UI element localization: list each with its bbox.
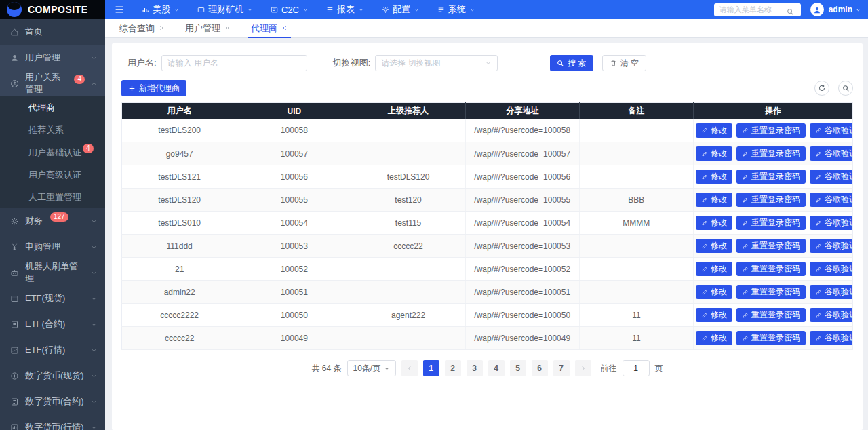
- page-button-7[interactable]: 7: [553, 360, 570, 376]
- table-row: go9457100057/wap/#/?usercode=100057修改重置登…: [122, 142, 853, 165]
- tab-agent[interactable]: 代理商: [241, 19, 298, 37]
- google-verify-button[interactable]: 谷歌验证: [810, 170, 853, 184]
- total-count-label: 共 64 条: [311, 363, 341, 374]
- reset-login-password-button[interactable]: 重置登录密码: [736, 170, 806, 184]
- reset-login-password-button[interactable]: 重置登录密码: [736, 216, 806, 230]
- topbar-menu-report[interactable]: 报表: [326, 3, 364, 16]
- close-icon[interactable]: [159, 25, 165, 31]
- edit-button[interactable]: 修改: [696, 308, 732, 322]
- page-button-2[interactable]: 2: [445, 360, 461, 376]
- reset-login-password-button[interactable]: 重置登录密码: [736, 193, 806, 207]
- google-verify-button[interactable]: 谷歌验证: [810, 146, 853, 161]
- sidebar-item-user-basic-auth[interactable]: 用户基础认证4: [0, 141, 105, 163]
- edit-button[interactable]: 修改: [696, 146, 732, 161]
- cell-actions: 修改重置登录密码谷歌验证: [693, 327, 852, 350]
- chevron-down-icon: [302, 7, 309, 13]
- view-select[interactable]: 请选择 切换视图: [375, 55, 498, 71]
- topbar-menu-us-stock[interactable]: 美股: [142, 3, 180, 16]
- tab-composite-query[interactable]: 综合查询: [109, 19, 175, 37]
- sidebar-item-manual-reset-management[interactable]: 人工重置管理: [0, 186, 105, 208]
- edit-button[interactable]: 修改: [696, 123, 732, 138]
- edit-button[interactable]: 修改: [696, 285, 732, 299]
- page-button-5[interactable]: 5: [510, 360, 526, 376]
- action-button-label: 重置登录密码: [751, 148, 800, 159]
- sidebar-item-finance[interactable]: 财务127: [0, 208, 105, 234]
- google-verify-button[interactable]: 谷歌验证: [810, 285, 853, 299]
- sidebar-item-user-relation-management[interactable]: 用户关系管理4: [0, 71, 105, 96]
- sidebar-item-etf-contract[interactable]: ETF(合约): [0, 311, 105, 337]
- reset-login-password-button[interactable]: 重置登录密码: [736, 123, 806, 138]
- refresh-button[interactable]: [814, 81, 829, 96]
- column-search-button[interactable]: [838, 81, 853, 96]
- reset-login-password-button[interactable]: 重置登录密码: [736, 146, 806, 161]
- reset-login-password-button[interactable]: 重置登录密码: [736, 285, 806, 299]
- sidebar-item-agent[interactable]: 代理商: [0, 96, 105, 119]
- sidebar-item-etf-spot[interactable]: ETF(现货): [0, 286, 105, 311]
- cell-remark: [579, 258, 693, 281]
- edit-icon: [701, 289, 708, 296]
- page-button-6[interactable]: 6: [532, 360, 548, 376]
- table-row: testDLS121100056testDLS120/wap/#/?userco…: [122, 165, 853, 189]
- topbar-menu-config[interactable]: 配置: [382, 3, 420, 16]
- google-verify-button[interactable]: 谷歌验证: [810, 331, 853, 345]
- google-verify-button[interactable]: 谷歌验证: [810, 239, 853, 253]
- google-verify-button[interactable]: 谷歌验证: [810, 262, 853, 276]
- sidebar-item-robot-order-management[interactable]: 机器人刷单管理: [0, 260, 105, 286]
- sidebar-item-label: 用户关系管理: [25, 71, 66, 96]
- page-button-1[interactable]: 1: [423, 360, 439, 376]
- reset-login-password-button[interactable]: 重置登录密码: [736, 239, 806, 253]
- sidebar-item-subscription-management[interactable]: 申购管理: [0, 234, 105, 260]
- sidebar-item-user-management[interactable]: 用户管理: [0, 45, 105, 71]
- username-input[interactable]: [161, 55, 307, 71]
- edit-button[interactable]: 修改: [696, 170, 732, 184]
- google-verify-button[interactable]: 谷歌验证: [810, 308, 853, 322]
- edit-icon: [742, 243, 749, 250]
- edit-icon: [815, 312, 822, 319]
- page-size-select[interactable]: 10条/页: [347, 360, 396, 376]
- chevron-down-icon[interactable]: [855, 7, 861, 13]
- reset-login-password-button[interactable]: 重置登录密码: [736, 308, 806, 322]
- sidebar-item-crypto-quote[interactable]: 数字货币(行情): [0, 414, 105, 430]
- topbar-menu-system[interactable]: 系统: [437, 3, 475, 16]
- table-tools: [814, 81, 853, 96]
- topbar-menu-label: 理财矿机: [208, 3, 243, 16]
- tab-user-management[interactable]: 用户管理: [175, 19, 241, 37]
- page-button-3[interactable]: 3: [467, 360, 483, 376]
- google-verify-button[interactable]: 谷歌验证: [810, 216, 853, 230]
- close-icon[interactable]: [224, 25, 231, 31]
- google-verify-button[interactable]: 谷歌验证: [810, 193, 853, 207]
- edit-button[interactable]: 修改: [696, 331, 732, 345]
- action-button-label: 谷歌验证: [825, 148, 853, 159]
- sidebar-item-crypto-spot[interactable]: 数字货币(现货): [0, 363, 105, 389]
- chevron-down-icon: [384, 366, 390, 372]
- topbar-menu-c2c[interactable]: C2C: [271, 5, 309, 15]
- edit-button[interactable]: 修改: [696, 239, 732, 253]
- next-page-button[interactable]: [575, 360, 591, 376]
- sidebar-item-recommend-relation[interactable]: 推荐关系: [0, 119, 105, 141]
- reset-login-password-button[interactable]: 重置登录密码: [736, 331, 806, 345]
- google-verify-button[interactable]: 谷歌验证: [810, 123, 853, 138]
- add-agent-button[interactable]: 新增代理商: [121, 80, 186, 96]
- sidebar-item-etf-quote[interactable]: ETF(行情): [0, 337, 105, 363]
- clear-button[interactable]: 清 空: [602, 55, 646, 71]
- close-icon[interactable]: [281, 25, 288, 31]
- hamburger-icon[interactable]: [115, 5, 124, 14]
- goto-page-input[interactable]: [623, 360, 650, 376]
- sidebar-item-user-advanced-auth[interactable]: 用户高级认证: [0, 163, 105, 186]
- table-header-row: 用户名UID上级推荐人分享地址备注操作: [122, 103, 853, 119]
- username-label[interactable]: admin: [829, 5, 852, 14]
- cell-uid: 100049: [237, 327, 351, 350]
- page-button-4[interactable]: 4: [488, 360, 505, 376]
- prev-page-button[interactable]: [401, 360, 418, 376]
- edit-button[interactable]: 修改: [696, 216, 732, 230]
- sidebar-item-home[interactable]: 首页: [0, 19, 105, 45]
- logo: COMPOSITE: [0, 0, 105, 19]
- avatar[interactable]: [810, 3, 824, 16]
- action-button-label: 重置登录密码: [751, 217, 800, 229]
- reset-login-password-button[interactable]: 重置登录密码: [736, 262, 806, 276]
- sidebar-item-crypto-contract[interactable]: 数字货币(合约): [0, 389, 105, 414]
- search-button[interactable]: 搜 索: [550, 55, 593, 71]
- edit-button[interactable]: 修改: [696, 262, 732, 276]
- edit-button[interactable]: 修改: [696, 193, 732, 207]
- topbar-menu-wealth-mining[interactable]: 理财矿机: [197, 3, 253, 16]
